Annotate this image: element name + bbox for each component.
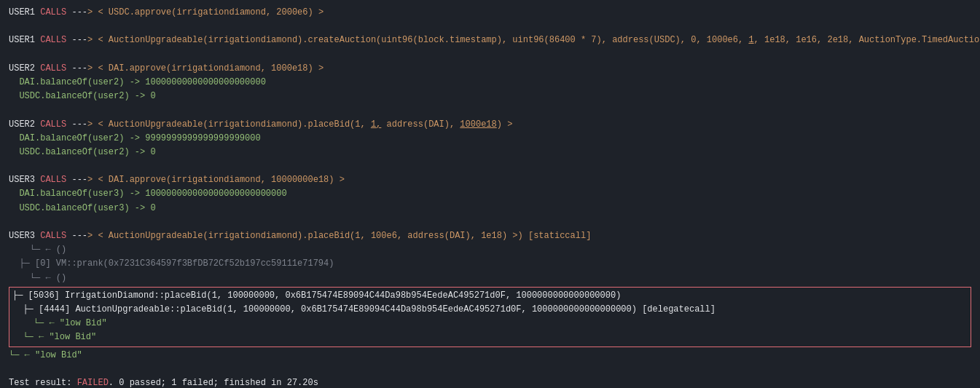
text-part: CALLS [40, 231, 66, 241]
text-part: --- [66, 231, 87, 241]
text-part: USER2 [9, 63, 40, 74]
text-part: 1, [371, 119, 381, 130]
text-part: DAI.balanceOf(user2) -> 1000000000000000… [9, 77, 266, 87]
text-part: ├─ [0] VM::prank(0x7231C364597f3BfDB72Cf… [9, 258, 334, 269]
text-part: ) > [497, 119, 513, 130]
text-part: , 1e18, 1e16, 2e18, AuctionType.TimedAuc… [754, 35, 980, 45]
text-part: > < DAI.approve(irrigationdiamond, 10000… [87, 175, 345, 185]
text-part: └─ ← () [9, 273, 66, 283]
code-line: DAI.balanceOf(user2) -> 1000000000000000… [9, 76, 971, 90]
text-part: CALLS [40, 7, 66, 17]
code-line: USER1 CALLS ---> < AuctionUpgradeable(ir… [9, 33, 971, 47]
text-part: USER1 [9, 7, 40, 17]
text-part: --- [66, 35, 87, 45]
empty-line [9, 159, 971, 173]
text-part: > < DAI.approve(irrigationdiamond, 1000e… [87, 63, 324, 74]
terminal-output: USER1 CALLS ---> < USDC.approve(irrigati… [9, 6, 971, 388]
box-line: ├─ [5036] IrrigationDiamond::placeBid(1,… [12, 289, 968, 303]
code-line: USER3 CALLS ---> < AuctionUpgradeable(ir… [9, 229, 971, 243]
text-part: > < AuctionUpgradeable(irrigationdiamond… [87, 231, 591, 241]
text-part: └─ ← () [9, 245, 66, 255]
code-line: USER2 CALLS ---> < DAI.approve(irrigatio… [9, 62, 971, 76]
text-part: └─ ← "low Bid" [9, 350, 82, 360]
code-line: └─ ← "low Bid" [9, 349, 971, 363]
text-part: > < AuctionUpgradeable(irrigationdiamond… [87, 35, 748, 45]
empty-line [9, 48, 971, 62]
box-line: └─ ← "low Bid" [12, 317, 968, 330]
code-line: ├─ [0] VM::prank(0x7231C364597f3BfDB72Cf… [9, 257, 971, 271]
box-line: ├─ [4444] AuctionUpgradeable::placeBid(1… [12, 303, 968, 317]
code-line: USDC.balanceOf(user2) -> 0 [9, 146, 971, 159]
empty-line [9, 363, 971, 376]
text-part: CALLS [40, 119, 66, 130]
code-line: DAI.balanceOf(user2) -> 9999999999999999… [9, 132, 971, 146]
text-part: USDC.balanceOf(user3) -> 0 [9, 203, 156, 213]
empty-line [9, 215, 971, 229]
code-line: USER1 CALLS ---> < USDC.approve(irrigati… [9, 6, 971, 20]
text-part: . 0 passed; 1 failed; finished in 27.20s [109, 378, 318, 388]
text-part: ├─ [4444] AuctionUpgradeable::placeBid(1… [12, 304, 716, 314]
text-part: USDC.balanceOf(user2) -> 0 [9, 147, 156, 157]
text-part: DAI.balanceOf(user3) -> 1000000000000000… [9, 189, 287, 199]
text-part: --- [66, 63, 87, 74]
text-part: > < USDC.approve(irrigationdiamond, 2000… [87, 7, 324, 17]
text-part: address(DAI), [381, 119, 460, 130]
code-line: Test result: FAILED. 0 passed; 1 failed;… [9, 376, 971, 388]
code-line: USDC.balanceOf(user3) -> 0 [9, 202, 971, 215]
box-line: └─ ← "low Bid" [12, 330, 968, 344]
text-part: CALLS [40, 63, 66, 74]
code-line: USDC.balanceOf(user2) -> 0 [9, 90, 971, 103]
text-part: --- [66, 175, 87, 185]
code-line: USER3 CALLS ---> < DAI.approve(irrigatio… [9, 173, 971, 187]
text-part: USER2 [9, 119, 40, 130]
text-part: USER3 [9, 231, 40, 241]
text-part: 1000e18 [460, 119, 496, 130]
text-part: DAI.balanceOf(user2) -> 9999999999999999… [9, 133, 261, 143]
text-part: --- [66, 7, 87, 17]
text-part: └─ ← "low Bid" [12, 332, 96, 342]
code-line: DAI.balanceOf(user3) -> 1000000000000000… [9, 187, 971, 201]
code-line: USER2 CALLS ---> < AuctionUpgradeable(ir… [9, 118, 971, 132]
code-line: └─ ← () [9, 243, 971, 257]
text-part: > < AuctionUpgradeable(irrigationdiamond… [87, 119, 371, 130]
text-part: 1 [748, 35, 753, 45]
text-part: USDC.balanceOf(user2) -> 0 [9, 91, 156, 101]
text-part: └─ ← "low Bid" [12, 318, 107, 328]
error-highlight-box: ├─ [5036] IrrigationDiamond::placeBid(1,… [9, 287, 971, 347]
code-line: └─ ← () [9, 272, 971, 285]
text-part: Test result: [9, 378, 77, 388]
empty-line [9, 103, 971, 117]
empty-line [9, 20, 971, 33]
text-part: USER1 [9, 35, 40, 45]
text-part: CALLS [40, 35, 66, 45]
text-part: CALLS [40, 175, 66, 185]
text-part: ├─ [5036] IrrigationDiamond::placeBid(1,… [12, 290, 621, 301]
text-part: --- [66, 119, 87, 130]
text-part: USER3 [9, 175, 40, 185]
text-part: FAILED [77, 378, 109, 388]
